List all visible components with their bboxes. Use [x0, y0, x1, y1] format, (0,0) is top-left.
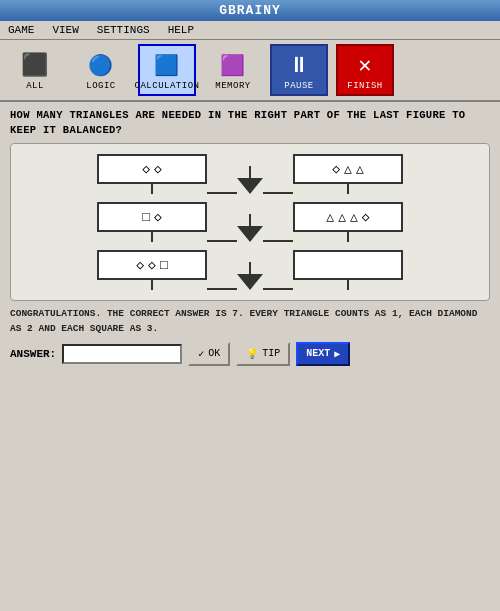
ok-button[interactable]: ✓ OK — [188, 342, 230, 366]
next-icon: ▶ — [334, 348, 340, 360]
next-button[interactable]: NEXT ▶ — [296, 342, 350, 366]
menu-view[interactable]: VIEW — [48, 23, 82, 37]
toolbar-all[interactable]: ⬛ ALL — [6, 44, 64, 96]
menu-help[interactable]: HELP — [164, 23, 198, 37]
all-icon: ⬛ — [19, 49, 51, 81]
menu-bar: GAME VIEW SETTINGS HELP — [0, 21, 500, 40]
title-label: GBRAINY — [219, 3, 281, 18]
toolbar: ⬛ ALL 🔵 LOGIC 🟦 CALCULATION 🟪 MEMORY ⏸ P… — [0, 40, 500, 102]
pan-row1-right: ◇ △ △ — [293, 154, 403, 184]
toolbar-calculation[interactable]: 🟦 CALCULATION — [138, 44, 196, 96]
toolbar-pause[interactable]: ⏸ PAUSE — [270, 44, 328, 96]
logic-icon: 🔵 — [85, 49, 117, 81]
question-text: HOW MANY TRIANGLES ARE NEEDED IN THE RIG… — [10, 108, 490, 137]
balance-row-2: □ ◇ △ △ △ ◇ — [21, 202, 479, 242]
memory-icon: 🟪 — [217, 49, 249, 81]
main-content: HOW MANY TRIANGLES ARE NEEDED IN THE RIG… — [0, 102, 500, 611]
toolbar-finish[interactable]: ✕ FINISH — [336, 44, 394, 96]
puzzle-area: ◇ ◇ ◇ △ — [10, 143, 490, 301]
balance-row-3: ◇ ◇ □ — [21, 250, 479, 290]
menu-settings[interactable]: SETTINGS — [93, 23, 154, 37]
pan-row1-left: ◇ ◇ — [97, 154, 207, 184]
pan-row2-right: △ △ △ ◇ — [293, 202, 403, 232]
answer-input[interactable] — [62, 344, 182, 364]
tip-icon: 💡 — [246, 348, 258, 360]
toolbar-logic[interactable]: 🔵 LOGIC — [72, 44, 130, 96]
answer-label: ANSWER: — [10, 348, 56, 360]
pause-icon: ⏸ — [283, 49, 315, 81]
pan-row2-left: □ ◇ — [97, 202, 207, 232]
toolbar-memory[interactable]: 🟪 MEMORY — [204, 44, 262, 96]
menu-game[interactable]: GAME — [4, 23, 38, 37]
pan-row3-right — [293, 250, 403, 280]
balance-row-1: ◇ ◇ ◇ △ — [21, 154, 479, 194]
answer-row: ANSWER: ✓ OK 💡 TIP NEXT ▶ — [10, 342, 490, 366]
calculation-icon: 🟦 — [151, 49, 183, 81]
finish-icon: ✕ — [349, 49, 381, 81]
congratulations-text: CONGRATULATIONS. THE CORRECT ANSWER IS 7… — [10, 307, 490, 336]
tip-button[interactable]: 💡 TIP — [236, 342, 290, 366]
title-bar: GBRAINY — [0, 0, 500, 21]
pan-row3-left: ◇ ◇ □ — [97, 250, 207, 280]
ok-icon: ✓ — [198, 348, 204, 360]
